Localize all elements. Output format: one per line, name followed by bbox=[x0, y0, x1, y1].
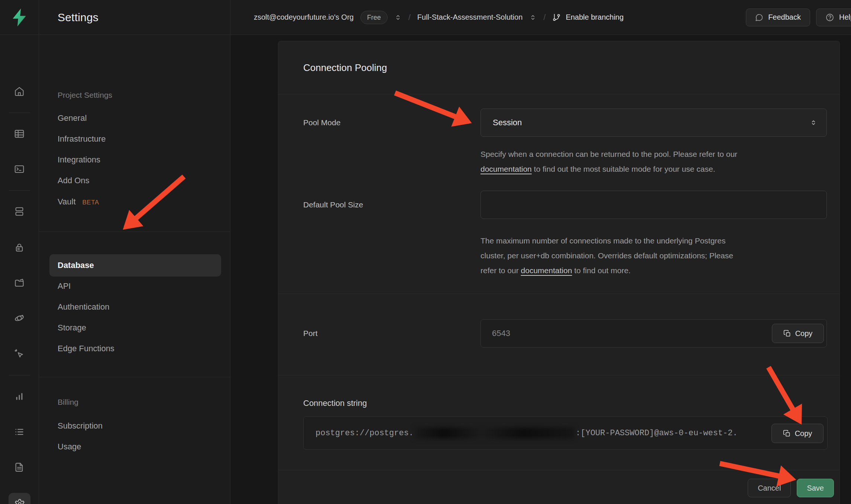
breadcrumb: zsolt@codeyourfuture.io's Org Free / Ful… bbox=[230, 0, 851, 35]
nav-authentication[interactable] bbox=[14, 242, 25, 253]
nav-home[interactable] bbox=[14, 86, 25, 97]
connection-string-copy-button[interactable]: Copy bbox=[771, 424, 824, 443]
sidebar-item-subscription[interactable]: Subscription bbox=[58, 421, 103, 431]
rail-divider bbox=[9, 190, 30, 191]
connection-string-label: Connection string bbox=[303, 398, 827, 408]
port-section: Port Copy bbox=[278, 319, 839, 375]
documentation-link[interactable]: documentation bbox=[480, 165, 532, 173]
nav-sql-editor[interactable] bbox=[14, 164, 25, 175]
sidebar-item-authentication[interactable]: Authentication bbox=[58, 302, 109, 312]
nav-reports[interactable] bbox=[14, 391, 25, 402]
icon-rail bbox=[0, 35, 39, 504]
sidebar-item-general[interactable]: General bbox=[58, 113, 87, 123]
bar-chart-icon bbox=[14, 391, 25, 402]
breadcrumb-separator: / bbox=[543, 13, 546, 22]
pool-size-desc-text2: cluster, per user+db combination. Overri… bbox=[480, 251, 733, 260]
nav-database[interactable] bbox=[14, 206, 25, 217]
sidebar-divider bbox=[39, 377, 230, 377]
org-switcher-chevrons-icon[interactable] bbox=[394, 13, 402, 22]
help-circle-icon bbox=[825, 13, 834, 22]
default-pool-size-label: Default Pool Size bbox=[303, 200, 480, 209]
document-icon bbox=[14, 462, 25, 473]
topbar-actions: Feedback Help bbox=[746, 9, 851, 26]
rail-divider bbox=[9, 113, 30, 113]
connection-string-box: postgres://postgres.:[YOUR-PASSWORD]@aws… bbox=[303, 416, 828, 450]
list-icon bbox=[14, 426, 25, 437]
orbit-icon bbox=[14, 313, 25, 324]
nav-docs[interactable] bbox=[14, 462, 25, 473]
plan-badge[interactable]: Free bbox=[360, 11, 388, 24]
feedback-label: Feedback bbox=[768, 13, 801, 22]
copy-icon bbox=[783, 430, 791, 437]
pool-mode-label: Pool Mode bbox=[303, 118, 480, 127]
help-button[interactable]: Help bbox=[816, 9, 851, 26]
project-name[interactable]: Full-Stack-Assessment-Solution bbox=[417, 13, 522, 22]
supabase-logo[interactable] bbox=[0, 0, 39, 35]
sidebar-item-storage[interactable]: Storage bbox=[58, 323, 86, 333]
sidebar-item-add-ons[interactable]: Add Ons bbox=[58, 176, 90, 185]
nav-storage[interactable] bbox=[14, 277, 25, 288]
connection-pooling-card: Connection Pooling Pool Mode Session Spe… bbox=[278, 41, 840, 504]
project-switcher-chevrons-icon[interactable] bbox=[529, 13, 537, 22]
save-button[interactable]: Save bbox=[797, 479, 834, 497]
database-stack-icon bbox=[14, 206, 25, 217]
sidebar-item-vault[interactable]: VaultBETA bbox=[58, 197, 99, 207]
pool-size-desc-text3: refer to our bbox=[480, 266, 521, 275]
card-title: Connection Pooling bbox=[278, 41, 839, 94]
top-bar: Settings zsolt@codeyourfuture.io's Org F… bbox=[0, 0, 851, 35]
table-icon bbox=[14, 128, 25, 139]
sidebar-item-database[interactable]: Database bbox=[49, 254, 221, 277]
pool-mode-desc-text2: to find out the most suitable mode for y… bbox=[532, 165, 715, 173]
connection-string-prefix: postgres://postgres. bbox=[316, 429, 414, 438]
sidebar-item-usage[interactable]: Usage bbox=[58, 442, 81, 452]
nav-advisors[interactable] bbox=[14, 348, 25, 359]
documentation-link[interactable]: documentation bbox=[521, 266, 572, 275]
pool-mode-select[interactable]: Session bbox=[480, 109, 827, 137]
pool-mode-desc-text: Specify when a connection can be returne… bbox=[480, 150, 737, 158]
beta-badge: BETA bbox=[82, 199, 99, 206]
nav-table-editor[interactable] bbox=[14, 128, 25, 139]
sidebar-item-vault-label: Vault bbox=[58, 197, 76, 206]
copy-icon bbox=[783, 330, 791, 337]
git-branch-icon bbox=[552, 13, 561, 22]
home-icon bbox=[14, 86, 25, 97]
connection-string-copy-label: Copy bbox=[795, 429, 812, 438]
cancel-button[interactable]: Cancel bbox=[748, 479, 791, 497]
sidebar-item-integrations[interactable]: Integrations bbox=[58, 155, 100, 165]
help-label: Help bbox=[839, 13, 851, 22]
nav-project-settings[interactable] bbox=[9, 493, 30, 504]
default-pool-size-description: The maximum number of connections made t… bbox=[480, 233, 830, 278]
folder-file-icon bbox=[14, 277, 25, 288]
pool-size-desc-text4: to find out more. bbox=[572, 266, 631, 275]
port-copy-button[interactable]: Copy bbox=[772, 324, 824, 343]
connection-string-suffix: :[YOUR-PASSWORD]@aws-0-eu-west-2. bbox=[576, 429, 738, 438]
port-copy-label: Copy bbox=[795, 329, 813, 338]
redacted-project-ref bbox=[415, 427, 575, 439]
terminal-icon bbox=[14, 164, 25, 175]
sidebar-item-api[interactable]: API bbox=[58, 281, 71, 291]
sidebar-section-project-settings: Project Settings bbox=[58, 91, 112, 100]
main-content: Connection Pooling Pool Mode Session Spe… bbox=[230, 35, 851, 504]
lock-icon bbox=[14, 242, 25, 253]
nav-logs[interactable] bbox=[14, 426, 25, 437]
sidebar-item-infrastructure[interactable]: Infrastructure bbox=[58, 134, 106, 144]
supabase-bolt-icon bbox=[11, 8, 28, 27]
feedback-button[interactable]: Feedback bbox=[746, 9, 810, 26]
default-pool-size-input[interactable] bbox=[480, 191, 827, 219]
settings-sidebar: Project Settings General Infrastructure … bbox=[39, 35, 230, 504]
sidebar-section-billing: Billing bbox=[58, 398, 78, 407]
org-name[interactable]: zsolt@codeyourfuture.io's Org bbox=[254, 13, 354, 22]
breadcrumb-separator: / bbox=[408, 13, 411, 22]
rail-divider bbox=[9, 375, 30, 375]
pooling-config-section: Pool Mode Session Specify when a connect… bbox=[278, 109, 839, 294]
select-chevrons-icon bbox=[809, 118, 818, 127]
enable-branching-button[interactable]: Enable branching bbox=[552, 13, 624, 22]
pool-size-desc-text: The maximum number of connections made t… bbox=[480, 236, 726, 245]
sidebar-item-edge-functions[interactable]: Edge Functions bbox=[58, 344, 114, 353]
sidebar-divider bbox=[39, 232, 230, 232]
cursor-click-icon bbox=[14, 348, 25, 359]
sidebar-item-database-label: Database bbox=[58, 261, 94, 270]
pool-mode-description: Specify when a connection can be returne… bbox=[480, 147, 830, 177]
nav-realtime[interactable] bbox=[14, 313, 25, 324]
port-label: Port bbox=[303, 329, 480, 338]
